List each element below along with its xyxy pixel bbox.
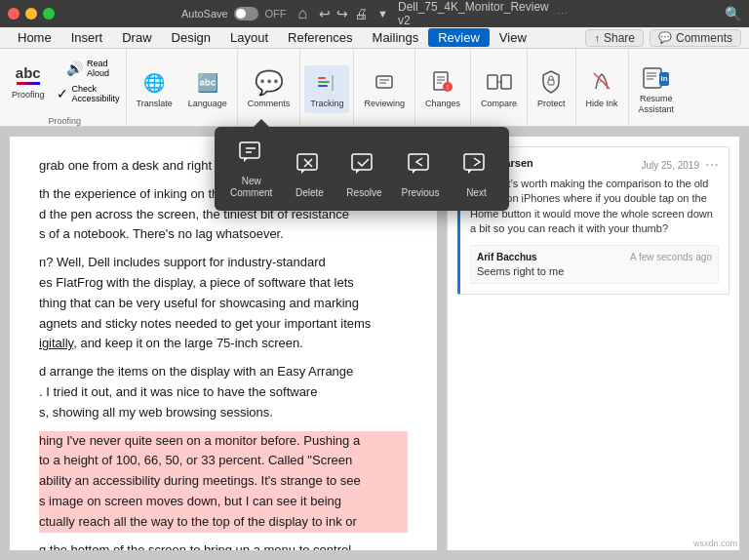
title-bar-right: 🔍 [725, 6, 741, 21]
comments-menu-label: Comments [676, 31, 732, 45]
svg-rect-4 [376, 76, 392, 88]
menu-item-insert[interactable]: Insert [61, 28, 113, 47]
compare-label: Compare [481, 99, 517, 109]
resolve-comment-icon [350, 150, 377, 183]
menu-item-view[interactable]: View [490, 28, 536, 47]
share-label: Share [604, 31, 635, 45]
tracking-label: Tracking [310, 99, 343, 109]
compare-button[interactable]: Compare [475, 65, 523, 113]
delete-comment-label: Delete [296, 187, 324, 199]
translate-label: Translate [137, 99, 173, 109]
abc-icon: abc [16, 64, 41, 85]
expand-icon[interactable]: ⋯ [557, 8, 568, 20]
compare-icon [486, 69, 513, 97]
prev-comment-icon [407, 150, 434, 183]
ribbon-group-proofing: abc Proofing 🔊 ReadAloud ✓ CheckAccessib… [4, 49, 127, 126]
svg-rect-17 [548, 80, 554, 85]
next-comment-button[interactable]: Next [458, 150, 493, 199]
svg-text:in: in [660, 74, 667, 83]
autosave-toggle[interactable] [234, 7, 259, 20]
new-comment-icon [238, 139, 265, 172]
traffic-lights [8, 8, 55, 20]
minimize-button[interactable] [25, 8, 37, 20]
resolve-comment-button[interactable]: Resolve [346, 150, 381, 199]
svg-rect-33 [352, 154, 372, 170]
redo-icon[interactable]: ↪ [336, 6, 348, 21]
new-comment-button[interactable]: NewComment [230, 139, 272, 199]
translate-button[interactable]: 🌐 Translate [131, 65, 178, 113]
menu-item-references[interactable]: References [278, 28, 362, 47]
comments-ribbon-button[interactable]: 💬 Comments [242, 65, 296, 113]
proofing-label: Proofing [12, 90, 45, 100]
menu-bar: Home Insert Draw Design Layout Reference… [0, 27, 749, 49]
ribbon-group-translate: 🌐 Translate 🔤 Language [127, 49, 238, 126]
back-icon[interactable]: ↩ [319, 6, 331, 21]
menu-item-design[interactable]: Design [162, 28, 220, 47]
svg-rect-19 [644, 68, 661, 88]
prev-comment-button[interactable]: Previous [402, 150, 440, 199]
autosave-label: AutoSave [181, 8, 228, 20]
translate-icon: 🌐 [143, 69, 165, 97]
doc-title: Dell_75_4K_Monitor_Review v2 [398, 0, 551, 27]
abc-underline [17, 82, 40, 85]
proofing-icon: abc [16, 60, 41, 88]
search-icon-title[interactable]: 🔍 [725, 6, 741, 21]
menu-item-draw[interactable]: Draw [112, 28, 161, 47]
customize-icon[interactable]: ▼ [377, 8, 388, 20]
autosave-state: OFF [264, 8, 286, 20]
svg-rect-35 [409, 154, 428, 170]
tracking-button[interactable]: Tracking [304, 65, 349, 113]
svg-rect-25 [240, 142, 259, 158]
reply-author-1: Arif Bacchus [477, 252, 537, 262]
comments-ribbon-label: Comments [248, 99, 291, 109]
share-icon: ↑ [594, 32, 600, 44]
menu-item-layout[interactable]: Layout [220, 28, 278, 47]
comments-menu-button[interactable]: 💬 Comments [650, 29, 741, 47]
hide-ink-icon [590, 69, 613, 97]
watermark: wsxdn.com [691, 537, 739, 550]
svg-rect-2 [318, 85, 328, 87]
print-icon[interactable]: 🖨 [354, 6, 368, 21]
abc-text: abc [16, 64, 41, 81]
comments-menu-icon: 💬 [658, 31, 672, 44]
maximize-button[interactable] [43, 8, 55, 20]
ribbon-group-tracking: Tracking [300, 49, 354, 126]
doc-para-4-highlighted: hing I've never quite seen on a monitor … [39, 431, 408, 533]
svg-marker-30 [301, 170, 305, 174]
menu-item-home[interactable]: Home [8, 28, 61, 47]
reply-card-1: Arif Bacchus A few seconds ago Seems rig… [470, 245, 719, 284]
svg-marker-26 [244, 158, 248, 162]
reviewing-label: Reviewing [364, 99, 405, 109]
changes-button[interactable]: ! Changes [419, 65, 466, 113]
hide-ink-button[interactable]: Hide Ink [580, 65, 624, 113]
menu-item-mailings[interactable]: Mailings [363, 28, 429, 47]
home-icon[interactable]: ⌂ [297, 5, 307, 22]
menu-item-review[interactable]: Review [428, 28, 490, 47]
language-label: Language [188, 99, 227, 109]
reviewing-button[interactable]: Reviewing [358, 65, 411, 113]
share-button[interactable]: ↑ Share [585, 29, 644, 47]
language-button[interactable]: 🔤 Language [182, 65, 233, 113]
proofing-button[interactable]: abc Proofing [6, 57, 51, 104]
ribbon-group-comments: 💬 Comments [238, 49, 301, 126]
comment-menu-icon[interactable]: ⋯ [705, 157, 719, 173]
delete-comment-button[interactable]: Delete [292, 150, 327, 199]
read-aloud-label: ReadAloud [87, 59, 109, 78]
reply-header-1: Arif Bacchus A few seconds ago [477, 252, 712, 262]
check-accessibility-label: CheckAccessibility [72, 84, 120, 103]
close-button[interactable] [8, 8, 20, 20]
comment-dropdown: NewComment Delete Resolve [215, 127, 509, 211]
resume-assistant-label: ResumeAssistant [639, 94, 675, 115]
next-comment-icon [462, 150, 490, 183]
resume-assistant-button[interactable]: in ResumeAssistant [633, 60, 681, 119]
read-aloud-icon: 🔊 [66, 60, 83, 76]
changes-icon: ! [431, 69, 454, 97]
proofing-group-label: Proofing [6, 116, 124, 126]
check-accessibility-button[interactable]: ✓ CheckAccessibility [53, 82, 124, 105]
protect-button[interactable]: Protect [532, 65, 572, 113]
svg-text:!: ! [447, 84, 449, 91]
read-aloud-button[interactable]: 🔊 ReadAloud [53, 57, 124, 80]
comments-ribbon-icon: 💬 [255, 69, 284, 97]
ribbon-group-changes: ! Changes [415, 49, 471, 126]
reply-text-1: Seems right to me [477, 265, 712, 277]
